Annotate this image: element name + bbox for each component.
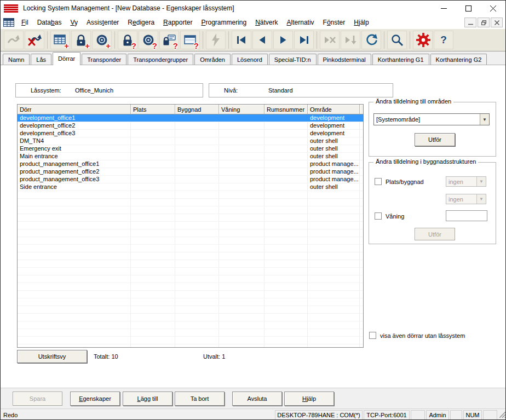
add-button[interactable]: Lägg till	[123, 392, 173, 406]
cell	[264, 306, 308, 313]
menu-item-n-tverk[interactable]: Nätverk	[251, 16, 282, 28]
child-window-icon[interactable]	[3, 18, 14, 27]
tab-korthantering-g1[interactable]: Korthantering G1	[372, 54, 429, 65]
tab-pinkodsterminal[interactable]: Pinkodsterminal	[318, 54, 371, 65]
table-row[interactable]: DM_TN4outer shell	[18, 137, 363, 145]
table-row[interactable]: Emergency exitouter shell	[18, 145, 363, 153]
tab-l-s[interactable]: Lås	[31, 54, 51, 65]
mdi-minimize-icon[interactable]	[464, 18, 476, 27]
print-view-button[interactable]: Utskriftsvy	[17, 350, 87, 363]
menu-bar: FilDatabasVyAssistenterRedigeraRapporter…	[1, 16, 505, 29]
menu-item-redigera[interactable]: Redigera	[123, 16, 159, 28]
cell	[264, 137, 308, 145]
menu-item-assistenter[interactable]: Assistenter	[82, 16, 123, 28]
maximize-icon[interactable]	[456, 1, 481, 16]
cell	[175, 275, 219, 283]
disconnect-button[interactable]	[25, 31, 44, 49]
location-building-checkbox[interactable]	[375, 178, 382, 185]
menu-item-hj-lp[interactable]: Hjälp	[349, 16, 373, 28]
table-row[interactable]: Main entranceouter shell	[18, 153, 363, 160]
discard-record-button[interactable]	[320, 31, 340, 49]
help-action-button[interactable]: Hjälp	[284, 392, 334, 406]
new-locking-system-button[interactable]: +	[50, 31, 70, 49]
chevron-down-icon[interactable]: ▼	[480, 114, 489, 125]
level-field: Nivå: Standard	[209, 83, 393, 97]
building-dropdown[interactable]: ingen ▼	[446, 194, 486, 204]
column-header-byggnad[interactable]: Byggnad	[175, 105, 219, 114]
tab-namn[interactable]: Namn	[3, 54, 30, 65]
table-row[interactable]: development_office3development	[18, 130, 363, 137]
first-record-icon	[234, 33, 249, 47]
tab-transponder[interactable]: Transponder	[82, 54, 127, 65]
table-row[interactable]: product_management_office3product manage…	[18, 176, 363, 183]
cell	[264, 275, 308, 283]
column-header-v-ning[interactable]: Våning	[219, 105, 264, 114]
apply-record-button[interactable]	[341, 31, 360, 49]
area-execute-button[interactable]: Utför	[415, 133, 455, 146]
mdi-close-icon[interactable]	[491, 18, 503, 27]
help-button[interactable]: ?	[434, 31, 453, 49]
table-row[interactable]: development_office1development	[18, 114, 363, 122]
next-record-button[interactable]	[273, 31, 293, 49]
menu-item-databas[interactable]: Databas	[33, 16, 66, 28]
tab-transpondergrupper[interactable]: Transpondergrupper	[128, 54, 193, 65]
read-network-button[interactable]: ?	[180, 31, 200, 49]
properties-button[interactable]: Egenskaper	[70, 392, 120, 406]
menu-item-rapporter[interactable]: Rapporter	[159, 16, 197, 28]
building-execute-button[interactable]: Utför	[415, 228, 455, 240]
table-empty-row	[18, 283, 363, 291]
refresh-button[interactable]	[361, 31, 381, 49]
last-record-button[interactable]	[294, 31, 314, 49]
resize-grip[interactable]	[498, 411, 506, 419]
area-dropdown[interactable]: [Systemområde] ▼	[373, 113, 490, 125]
mdi-restore-icon[interactable]	[478, 18, 490, 27]
cell: outer shell	[308, 145, 360, 152]
first-record-button[interactable]	[232, 31, 251, 49]
column-header-d-rr[interactable]: Dörr	[18, 105, 131, 114]
cell	[131, 291, 175, 298]
cell	[131, 245, 175, 252]
filter-button[interactable]: F	[413, 31, 433, 49]
tab-special-tid-n[interactable]: Special-TID:n	[269, 54, 317, 65]
cell	[131, 137, 175, 145]
column-header-spacer[interactable]	[360, 105, 364, 114]
tab-korthantering-g2[interactable]: Korthantering G2	[430, 54, 487, 65]
menu-item-alternativ[interactable]: Alternativ	[283, 16, 319, 28]
previous-record-button[interactable]	[252, 31, 272, 49]
new-transponder-button[interactable]: +	[92, 31, 112, 49]
tab-d-rrar[interactable]: Dörrar	[53, 52, 81, 65]
column-header-plats[interactable]: Plats	[131, 105, 175, 114]
remove-button[interactable]: Ta bort	[175, 392, 225, 406]
menu-item-vy[interactable]: Vy	[66, 16, 82, 28]
connect-button[interactable]	[4, 31, 24, 49]
table-row[interactable]: development_office2development	[18, 122, 363, 130]
table-row[interactable]: product_management_office2product manage…	[18, 168, 363, 176]
cell	[175, 130, 219, 137]
location-dropdown[interactable]: ingen ▼	[446, 176, 486, 187]
table-row[interactable]: Side entranceouter shell	[18, 183, 363, 191]
read-card-lock-button[interactable]: ?	[159, 31, 179, 49]
floor-checkbox[interactable]	[375, 212, 382, 220]
read-lock-button[interactable]: ?	[118, 31, 137, 49]
column-header-omr-de[interactable]: Område	[308, 105, 360, 114]
search-button[interactable]	[387, 31, 407, 49]
save-button[interactable]: Spara	[13, 392, 62, 406]
table-row[interactable]: product_management_office1product manage…	[18, 160, 363, 168]
floor-input[interactable]	[446, 210, 487, 221]
cell	[308, 283, 360, 290]
program-button[interactable]	[206, 31, 226, 49]
tab-l-senord[interactable]: Lösenord	[232, 54, 268, 65]
column-header-rumsnummer[interactable]: Rumsnummer	[264, 105, 308, 114]
show-all-doors-checkbox[interactable]	[369, 332, 376, 339]
menu-item-programmering[interactable]: Programmering	[197, 16, 251, 28]
new-lock-button[interactable]: +	[71, 31, 91, 49]
menu-item-fil[interactable]: Fil	[17, 16, 33, 28]
table-empty-row	[18, 214, 363, 222]
read-transponder-button[interactable]: ?	[139, 31, 158, 49]
menu-item-f-nster[interactable]: Fönster	[319, 16, 350, 28]
tab-omr-den[interactable]: Områden	[194, 54, 231, 65]
close-icon[interactable]	[481, 1, 505, 16]
building-dropdown-value: ingen	[446, 196, 476, 203]
minimize-icon[interactable]	[432, 1, 456, 16]
exit-button[interactable]: Avsluta	[232, 392, 282, 406]
